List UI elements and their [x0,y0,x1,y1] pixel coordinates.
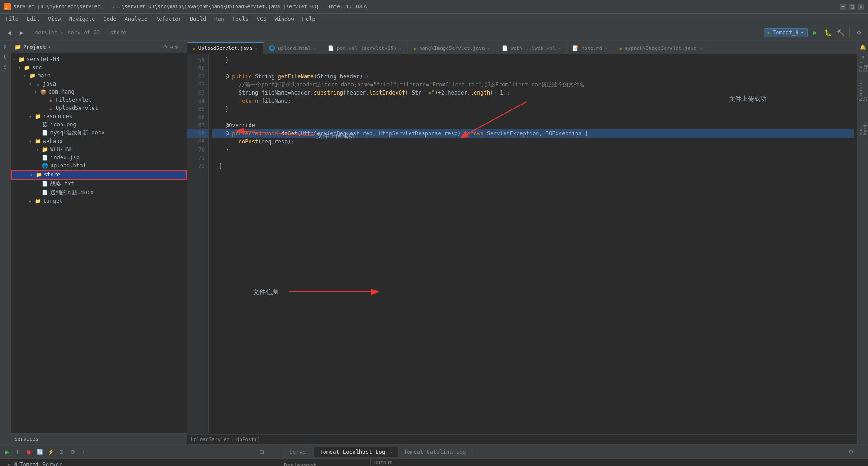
menu-navigate[interactable]: Navigate [66,15,99,23]
menu-window[interactable]: Window [271,15,297,23]
server-tab-catalina[interactable]: Tomcat Catalina Log ✕ [398,447,479,457]
minimize-btn[interactable]: ─ [840,4,846,10]
breadcrumb-dopost[interactable]: doPost() [236,437,260,442]
title-bar: J servlet [D:\myProject\servlet] – ...\s… [0,0,868,14]
services-minimize-btn[interactable]: ─ [268,447,277,456]
services-layout-btn[interactable]: ⊞ [57,447,66,456]
menu-edit[interactable]: Edit [23,15,43,23]
services-settings-btn[interactable]: ⚙ [68,447,77,456]
code-line-67: @Override [212,121,854,129]
services-filter-btn[interactable]: ⚡ [46,447,55,456]
menu-file[interactable]: File [2,15,22,23]
services-rebuild-btn[interactable]: 🔄 [35,447,44,456]
tab-webxml[interactable]: 📄 web\...\web.xml ✕ [496,42,567,54]
favorites-icon[interactable]: 2: Favorites [859,86,868,95]
tree-item-fileservlet[interactable]: ▸ ☕ FileServlet [11,96,187,104]
toolbar-nav-back[interactable]: ◀ [4,27,14,38]
code-editor[interactable]: } @ public String getFileName(String hea… [209,54,857,434]
tree-item-upload-html[interactable]: ▸ 🌐 upload.html [11,162,187,170]
tab-uploadservlet[interactable]: ☕ UploadServlet.java ✕ [187,42,264,54]
tree-item-java[interactable]: ▾ ☕ java [11,80,187,88]
tree-item-resources[interactable]: ▾ 📁 resources [11,112,187,120]
services-expand-btn[interactable]: ⊡ [257,447,266,456]
close-webxml-tab[interactable]: ✕ [558,46,561,51]
toolbar-settings[interactable]: ⚙ [854,27,864,38]
tree-item-index-jsp[interactable]: ▸ 📄 index.jsp [11,153,187,162]
close-mypack-tab[interactable]: ✕ [699,46,702,51]
menu-code[interactable]: Code [100,15,120,23]
project-sidebar-tab[interactable]: P [1,43,10,52]
window-controls[interactable]: ─ □ ✕ [840,4,864,10]
menu-refactor[interactable]: Refactor [152,15,185,23]
debug-button[interactable]: 🐛 [822,27,833,38]
menu-build[interactable]: Build [186,15,210,23]
close-imageservlet-tab[interactable]: ✕ [488,46,491,51]
close-note-tab[interactable]: ✕ [605,46,608,51]
tab-note-md[interactable]: 📝 note.md ✕ [567,42,613,54]
toolbar-sep-3 [849,28,850,37]
services-bottom-label[interactable]: Services [11,433,187,444]
server-tab-localhost[interactable]: Tomcat Localhost Log ✕ [314,447,398,457]
tree-item-servlet-03[interactable]: ▾ 📁 servlet-03 [11,55,187,63]
right-sidebar-icons: 🔔 ⚙ Big Data 2: Favorites Word-Boo... [857,41,868,444]
menu-analyze[interactable]: Analyze [121,15,151,23]
tree-item-target[interactable]: ▸ 📁 target [11,197,187,205]
project-panel: 📁 Project ▾ ⟳ ⊟ ⚙ ─ ▾ 📁 servlet-03 ▾ [11,41,187,444]
project-collapse-icon[interactable]: ⊟ [170,44,173,50]
settings-right-icon[interactable]: ⚙ [859,52,868,62]
tree-item-main[interactable]: ▾ 📁 main [11,71,187,80]
project-sync-icon[interactable]: ⟳ [163,44,168,50]
tab-upload-html[interactable]: 🌐 upload.html ✕ [264,42,322,54]
project-dropdown[interactable]: ▾ [48,44,51,50]
server-settings-btn[interactable]: ⚙ [846,447,855,456]
services-tomcat-server[interactable]: ▾ 🖥 Tomcat Server [0,461,280,466]
server-tab-server[interactable]: Server [284,447,314,457]
close-uploadservlet-tab[interactable]: ✕ [255,46,258,51]
close-catalina-log-tab[interactable]: ✕ [471,450,474,455]
tree-item-src[interactable]: ▾ 📁 src [11,63,187,71]
structure-sidebar-tab[interactable]: S [1,62,10,71]
menu-view[interactable]: View [44,15,65,23]
run-button[interactable]: ▶ [810,27,821,38]
breadcrumb-uploadservlet[interactable]: UploadServlet [191,437,230,442]
close-btn[interactable]: ✕ [858,4,864,10]
tree-item-icon-png[interactable]: ▸ 🖼 icon.png [11,120,187,128]
toolbar-nav-forward[interactable]: ▶ [16,27,27,38]
tree-item-webapp[interactable]: ▾ 📁 webapp [11,137,187,145]
project-settings-icon[interactable]: ⚙ [175,44,178,50]
menu-help[interactable]: Help [299,15,319,23]
editor-breadcrumb: UploadServlet › doPost() [187,434,857,444]
tree-item-zhanlue-txt[interactable]: ▸ 📄 战略.txt [11,180,187,188]
tree-item-uploadservlet[interactable]: ▸ ☕ UploadServlet [11,104,187,112]
tab-imageservlet[interactable]: ☕ hang\ImageServlet.java ✕ [408,42,496,54]
tab-pom-xml[interactable]: 📄 pom.xml (servlet-05) ✕ [322,42,408,54]
services-run-btn[interactable]: ▶ [3,447,12,456]
services-add-btn[interactable]: + [79,447,88,456]
menu-tools[interactable]: Tools [229,15,252,23]
code-line-68: @ protected void doGet(HttpServletReques… [212,129,854,138]
services-pause-btn[interactable]: ⏸ [14,447,23,456]
close-upload-html-tab[interactable]: ✕ [314,46,316,51]
services-stop-btn[interactable]: ⏹ [24,447,33,456]
tree-item-com-hang[interactable]: ▾ 📦 com.hang [11,88,187,96]
run-config-selector[interactable]: ▶ Tomcat_9 ▾ [764,28,808,37]
tab-mypack-imageservlet[interactable]: ☕ mypack\ImageServlet.java ✕ [613,42,708,54]
app-icon: J [4,3,11,10]
bigdata-icon[interactable]: Big Data [859,62,868,71]
wordbook-icon[interactable]: Word-Boo... [859,123,868,132]
uml-sidebar-tab[interactable]: U [1,52,10,62]
maximize-btn[interactable]: □ [849,4,855,10]
server-minimize-btn[interactable]: ─ [855,447,864,456]
tree-item-wenti-docx[interactable]: ▸ 📄 遇到的问题.docx [11,188,187,197]
tree-item-webinf[interactable]: ▸ 📁 WEB-INF [11,145,187,153]
project-close-icon[interactable]: ─ [180,44,183,50]
close-pom-tab[interactable]: ✕ [399,46,402,51]
menu-vcs[interactable]: VCS [253,15,270,23]
notifications-icon[interactable]: 🔔 [859,43,868,52]
menu-run[interactable]: Run [211,15,228,23]
close-localhost-log-tab[interactable]: ✕ [390,450,393,455]
tree-item-mysql-docx[interactable]: ▸ 📄 mysql温故知新.docx [11,128,187,137]
services-panel: ▶ ⏸ ⏹ 🔄 ⚡ ⊞ ⚙ + ⊡ ─ ▾ 🖥 Tomcat Server [0,445,280,466]
tree-item-store[interactable]: ▾ 📁 store [11,170,187,180]
build-button[interactable]: 🔨 [835,27,846,38]
